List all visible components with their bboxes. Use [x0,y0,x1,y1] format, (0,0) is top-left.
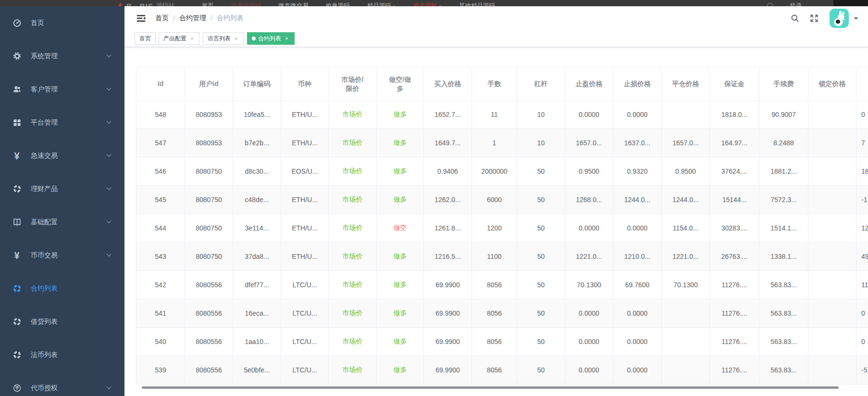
chevron-down-icon[interactable] [854,17,858,22]
sidebar-item-合约列表[interactable]: 合约列表 [0,272,124,305]
column-header: 平仓价格 [662,68,710,101]
table-cell: 0.9320 [613,157,662,186]
chevron-down-icon [106,153,112,159]
circle-notch-icon [12,350,22,360]
table-cell: 8080750 [185,243,233,271]
hamburger-icon[interactable] [136,13,147,24]
sidebar-item-平台管理[interactable]: 平台管理 [0,106,124,139]
site-nav-item[interactable]: 微盘微交易 [278,2,309,7]
site-nav-item[interactable]: 交易所源码 [231,2,261,7]
sidebar-item-币币交易[interactable]: ¥币币交易 [0,239,124,272]
table-cell: 90.9007 [759,101,808,129]
tag-label: 合约列表 [258,35,281,43]
tag-label: 产品配置 [163,35,186,43]
table-cell: 7 [856,129,868,157]
close-icon[interactable]: × [233,36,239,41]
site-nav-item[interactable]: 精品源码∨ [367,2,396,7]
table-row: 5428080556dfef77...LTC/U...市场价做多69.99008… [136,271,868,299]
table-cell: 7572.3... [759,186,808,214]
site-logo-suffix: 源码站 [156,1,175,6]
sidebar-item-label: 合约列表 [31,284,112,293]
sidebar-item-借贷列表[interactable]: 借贷列表 [0,305,124,338]
breadcrumb-item: 合约列表 [217,14,244,23]
table-cell: 8056 [472,271,517,299]
sidebar-item-label: 借贷列表 [31,318,112,326]
table-cell: 1 [472,129,517,157]
table-cell: 0.0000 [565,356,613,384]
grid-icon [12,118,22,128]
table-cell: ETH/U... [281,101,329,129]
site-nav-item[interactable]: 资金理财∨ [413,2,442,7]
site-logo[interactable]: B—BIS 源码站 [117,1,175,6]
table-cell: 11276.... [710,328,759,356]
sidebar-item-基础配置[interactable]: 基础配置 [0,205,124,239]
table-cell: 做多 [377,157,424,186]
close-icon[interactable]: × [284,36,290,41]
table-cell [808,157,856,186]
tag-语言列表[interactable]: 语言列表× [203,32,244,45]
table-cell: 1221.0... [662,243,710,271]
close-icon[interactable]: × [189,36,195,41]
table-cell: 做多 [377,129,424,157]
table-cell: 50 [517,328,565,356]
column-header: 止损价格 [613,68,662,101]
table-cell: 10 [517,129,565,157]
table-cell: 542 [136,271,185,299]
table-cell: 0.0000 [613,356,662,384]
column-header: 市场价/限价 [329,68,377,101]
tag-首页[interactable]: 首页 [135,32,156,45]
table-cell: 6000 [472,186,517,214]
table-cell: 8080556 [185,299,233,328]
table-cell: 8080556 [185,356,233,384]
sidebar-item-label: 平台管理 [31,118,106,127]
table-cell [808,186,856,214]
table-cell: 1244.0... [662,186,710,214]
table-cell: 1261.8... [424,214,472,243]
table-cell: 15144... [710,186,759,214]
site-nav-item[interactable]: 其他精品源码 [459,2,495,7]
breadcrumb-separator: / [173,14,175,22]
breadcrumb-item[interactable]: 首页 [155,14,169,23]
sidebar-item-理财产品[interactable]: 理财产品 [0,172,124,205]
column-header: 用户id [185,68,233,101]
site-search-icon[interactable] [767,3,773,7]
main-panel: 首页/合约管理/合约列表 [124,6,868,396]
table-cell: 1637.0... [613,129,662,157]
column-header-text: 做空/做多 [386,75,414,93]
sidebar-item-首页[interactable]: 首页 [0,6,124,39]
table-cell: 563.83... [759,356,808,384]
sidebar-item-label: 理财产品 [31,185,106,193]
sidebar-item-客户管理[interactable]: 客户管理 [0,73,124,106]
sidebar-item-代币授权[interactable]: 代币授权 [0,371,124,396]
fullscreen-icon[interactable] [809,13,819,23]
tag-产品配置[interactable]: 产品配置× [159,32,200,45]
breadcrumb-separator: / [211,14,212,22]
table-cell: 26763.... [710,243,759,271]
avatar[interactable] [830,9,849,28]
table-cell: 1216.5... [424,243,472,271]
table-cell: 0.0000 [565,299,613,328]
table-cell: 3e114... [233,214,281,243]
circle-notch-icon [12,184,22,194]
sidebar-item-法币列表[interactable]: 法币列表 [0,338,124,371]
table-cell: 0 [856,299,868,328]
chevron-down-icon [106,186,112,192]
tag-合约列表[interactable]: 合约列表× [247,32,295,45]
breadcrumb-item[interactable]: 合约管理 [179,14,206,23]
table-cell: LTC/U... [281,271,329,299]
table-cell: 69.9900 [424,299,472,328]
site-nav-item[interactable]: 抢单源码 [326,2,350,7]
sidebar-item-急速交易[interactable]: ¥急速交易 [0,139,124,172]
table-cell: 做多 [377,356,424,384]
site-nav-item[interactable]: 首页 [202,2,214,7]
table-cell: 1652.7... [424,101,472,129]
table-row: 541808055616eca...LTC/U...市场价做多69.990080… [136,299,868,328]
sidebar-item-系统管理[interactable]: 系统管理 [0,39,124,73]
table-cell [808,328,856,356]
site-login-link[interactable]: 登录 [790,2,802,7]
horizontal-scrollbar[interactable] [142,386,839,389]
search-icon[interactable] [790,13,800,23]
chevron-down-icon: ∨ [393,4,396,7]
banner-dark-block [833,0,868,6]
table-cell: 做多 [377,186,424,214]
